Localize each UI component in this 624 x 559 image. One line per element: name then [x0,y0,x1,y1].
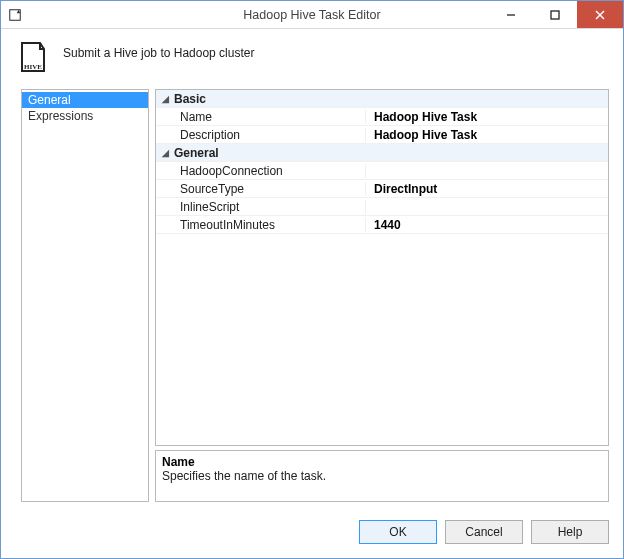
help-name: Name [162,455,602,469]
prop-row-sourcetype[interactable]: SourceType DirectInput [156,180,608,198]
cancel-button[interactable]: Cancel [445,520,523,544]
property-grid[interactable]: ◢ Basic Name Hadoop Hive Task Descriptio… [155,89,609,446]
titlebar: Hadoop Hive Task Editor [1,1,623,29]
prop-value[interactable]: Hadoop Hive Task [366,110,608,124]
close-button[interactable] [577,1,623,28]
ok-button[interactable]: OK [359,520,437,544]
category-general[interactable]: ◢ General [156,144,608,162]
prop-value[interactable]: DirectInput [366,182,608,196]
category-basic[interactable]: ◢ Basic [156,90,608,108]
help-button[interactable]: Help [531,520,609,544]
nav-item-expressions[interactable]: Expressions [22,108,148,124]
window: Hadoop Hive Task Editor HIVE Submit a Hi… [0,0,624,559]
header: HIVE Submit a Hive job to Hadoop cluster [1,29,623,89]
prop-value[interactable]: 1440 [366,218,608,232]
app-icon [7,7,23,23]
help-panel: Name Specifies the name of the task. [155,450,609,502]
prop-value[interactable]: Hadoop Hive Task [366,128,608,142]
svg-rect-2 [551,11,559,19]
header-subtitle: Submit a Hive job to Hadoop cluster [63,46,254,60]
prop-row-hadoopconnection[interactable]: HadoopConnection [156,162,608,180]
hive-icon: HIVE [15,39,51,75]
prop-row-inlinescript[interactable]: InlineScript [156,198,608,216]
prop-name: HadoopConnection [156,164,366,178]
svg-text:HIVE: HIVE [24,63,42,71]
prop-name: SourceType [156,182,366,196]
category-label: General [174,146,219,160]
nav-panel: General Expressions [21,89,149,502]
minimize-button[interactable] [489,1,533,28]
category-label: Basic [174,92,206,106]
window-controls [489,1,623,28]
main-panel: ◢ Basic Name Hadoop Hive Task Descriptio… [155,89,609,502]
prop-name: Description [156,128,366,142]
prop-row-description[interactable]: Description Hadoop Hive Task [156,126,608,144]
collapse-icon[interactable]: ◢ [156,148,174,158]
prop-row-name[interactable]: Name Hadoop Hive Task [156,108,608,126]
prop-name: Name [156,110,366,124]
footer: OK Cancel Help [1,502,623,558]
maximize-button[interactable] [533,1,577,28]
prop-row-timeoutinminutes[interactable]: TimeoutInMinutes 1440 [156,216,608,234]
help-description: Specifies the name of the task. [162,469,602,483]
body: General Expressions ◢ Basic Name Hadoop … [1,89,623,502]
prop-name: InlineScript [156,200,366,214]
prop-name: TimeoutInMinutes [156,218,366,232]
nav-item-general[interactable]: General [22,92,148,108]
collapse-icon[interactable]: ◢ [156,94,174,104]
